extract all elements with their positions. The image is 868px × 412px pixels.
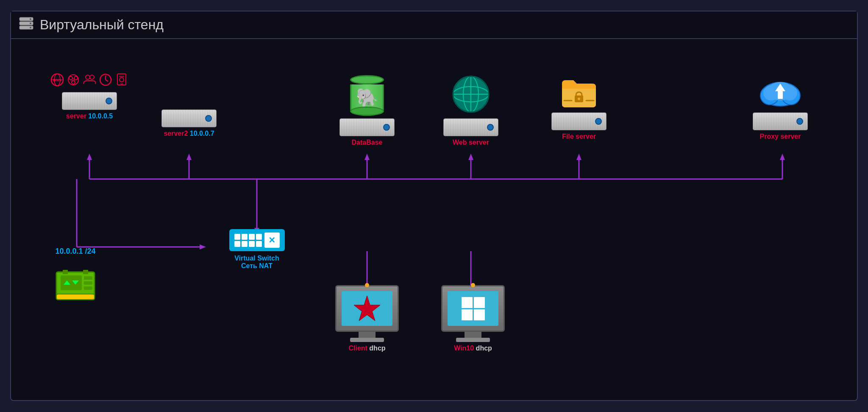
folder-wrapper xyxy=(560,75,598,111)
client-indicator xyxy=(365,283,369,287)
fileserver-label: File server xyxy=(562,133,596,140)
vswitch-grid xyxy=(234,234,262,247)
win10-monitor[interactable] xyxy=(441,285,505,332)
clock-icon xyxy=(99,73,112,90)
svg-marker-10 xyxy=(186,154,192,160)
server1-rack[interactable] xyxy=(62,92,117,110)
webserver-node[interactable]: Web server xyxy=(435,75,507,146)
diagram-container: Виртуальный стенд xyxy=(10,11,858,401)
server1-service-icons: DNS xyxy=(50,73,128,90)
server2-label: server2 10.0.0.7 xyxy=(164,130,214,137)
fileserver-node[interactable]: File server xyxy=(543,75,615,140)
vswitch-node[interactable]: ✕ Virtual Switch Сеть NAT xyxy=(206,229,308,270)
database-icon: 🐘 xyxy=(350,75,384,116)
header: Виртуальный стенд xyxy=(11,11,857,39)
svg-point-39 xyxy=(86,75,90,79)
database-node[interactable]: 🐘 DataBase xyxy=(329,75,405,146)
globe-svg xyxy=(452,75,490,113)
database-rack[interactable] xyxy=(339,118,395,136)
users-icon xyxy=(83,73,96,90)
svg-rect-71 xyxy=(474,309,485,320)
header-title: Виртуальный стенд xyxy=(40,17,164,33)
proxyserver-rack[interactable] xyxy=(753,112,808,130)
win10-stand xyxy=(465,332,481,338)
svg-line-43 xyxy=(106,80,108,81)
server2-rack-dot xyxy=(205,115,212,122)
server1-label: server 10.0.0.5 xyxy=(66,112,113,120)
win10-monitor-wrapper xyxy=(441,285,505,342)
svg-point-35 xyxy=(72,81,75,84)
svg-rect-70 xyxy=(462,309,473,320)
svg-point-45 xyxy=(120,78,124,82)
client-monitor[interactable] xyxy=(335,285,399,332)
dc-icon xyxy=(67,73,80,90)
cloud-wrapper xyxy=(759,75,801,111)
client-stand xyxy=(359,332,376,338)
svg-marker-14 xyxy=(364,154,370,160)
globe-wrapper xyxy=(452,75,490,115)
svg-rect-79 xyxy=(84,276,92,280)
server2-node: server2 10.0.0.7 xyxy=(153,90,225,137)
svg-marker-27 xyxy=(200,244,206,249)
win10-label: Win10 dhcp xyxy=(454,345,492,352)
svg-point-64 xyxy=(782,85,797,101)
svg-rect-73 xyxy=(61,275,82,290)
svg-marker-67 xyxy=(354,296,380,321)
client-label: Client dhcp xyxy=(348,345,385,352)
svg-point-63 xyxy=(763,85,779,101)
svg-point-40 xyxy=(90,75,94,79)
svg-marker-8 xyxy=(87,154,92,160)
svg-rect-69 xyxy=(474,297,485,308)
cloud-svg xyxy=(759,75,801,109)
database-label: DataBase xyxy=(352,139,383,146)
win10-indicator xyxy=(471,283,475,287)
svg-rect-68 xyxy=(462,297,473,308)
server1-node: DNS xyxy=(53,73,125,120)
svg-point-4 xyxy=(30,22,31,24)
svg-point-34 xyxy=(74,76,78,80)
vswitch-box[interactable]: ✕ xyxy=(229,229,285,251)
server2-rack[interactable] xyxy=(161,109,217,127)
proxyserver-label: Proxy server xyxy=(760,133,801,140)
folder-svg xyxy=(560,75,598,109)
svg-point-33 xyxy=(69,76,72,80)
client-screen xyxy=(342,291,392,326)
server1-rack-dot xyxy=(106,98,112,104)
gateway-ip: 10.0.0.1 /24 xyxy=(55,247,95,256)
gateway-node[interactable]: 10.0.0.1 /24 xyxy=(33,247,118,302)
svg-point-3 xyxy=(30,18,31,20)
svg-rect-77 xyxy=(63,270,68,274)
svg-rect-44 xyxy=(117,74,126,85)
svg-marker-18 xyxy=(576,154,581,160)
svg-rect-76 xyxy=(56,294,95,300)
gateway-router-svg xyxy=(54,259,97,302)
client-base xyxy=(350,338,384,342)
vswitch-x-icon: ✕ xyxy=(264,233,280,248)
svg-point-5 xyxy=(30,27,31,28)
svg-rect-66 xyxy=(778,91,783,99)
svg-rect-81 xyxy=(84,286,92,290)
svg-rect-80 xyxy=(84,281,92,285)
svg-marker-20 xyxy=(780,154,785,160)
client-monitor-wrapper xyxy=(335,285,399,342)
proxyserver-node[interactable]: Proxy server xyxy=(744,75,816,140)
gateway-router[interactable] xyxy=(54,259,97,302)
client-node[interactable]: Client dhcp xyxy=(325,285,409,352)
win10-base xyxy=(456,338,490,342)
client-star-icon xyxy=(352,294,382,323)
vswitch-label: Virtual Switch Сеть NAT xyxy=(234,255,279,270)
windows-logo-icon xyxy=(459,295,487,322)
fileserver-rack[interactable] xyxy=(551,112,606,130)
header-server-icon xyxy=(19,16,34,34)
dns-icon: DNS xyxy=(50,73,64,90)
webserver-label: Web server xyxy=(453,139,489,146)
svg-rect-78 xyxy=(83,270,88,274)
svg-marker-16 xyxy=(468,154,473,160)
win10-screen xyxy=(448,291,498,326)
webserver-rack[interactable] xyxy=(443,118,498,136)
diagram-body: DNS xyxy=(11,39,857,401)
svg-point-56 xyxy=(578,98,580,100)
cert-icon xyxy=(115,73,128,90)
win10-node[interactable]: Win10 dhcp xyxy=(431,285,515,352)
